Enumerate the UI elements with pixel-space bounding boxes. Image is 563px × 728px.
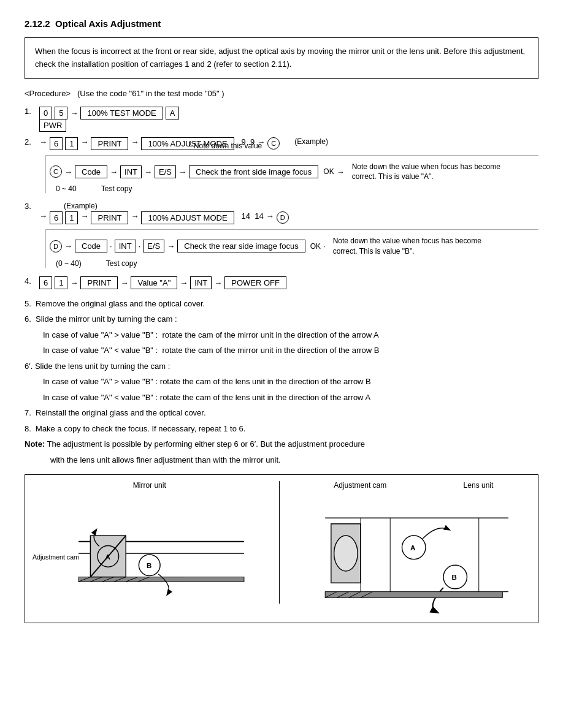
- step2-example-label: (Example): [294, 137, 328, 146]
- step3-check: Check the rear side image focus: [177, 240, 305, 252]
- step3-output: 100% ADJUST MODE: [141, 211, 234, 224]
- step1-flow: 0 5 → 100% TEST MODE A: [39, 107, 179, 119]
- step3-key1: 1: [65, 211, 78, 224]
- mirror-unit-label: Mirror unit: [31, 481, 268, 490]
- step4-key6: 6: [39, 276, 52, 289]
- step2-int: INT: [120, 165, 142, 178]
- step3-circle: D: [277, 211, 289, 224]
- step2-test-copy: Test copy: [101, 184, 132, 193]
- step3-num: 3.: [25, 202, 36, 211]
- diagram-left: Mirror unit Adjustment cam A B: [31, 481, 268, 616]
- svg-text:B: B: [451, 574, 456, 582]
- step1-arrow: →: [70, 108, 78, 118]
- text-step-6prime-a: In case of value "A" > value "B" : rotat…: [43, 376, 538, 388]
- step1-output: 100% TEST MODE: [80, 107, 163, 119]
- step1-key5: 5: [55, 107, 67, 119]
- step3-int: INT: [115, 240, 136, 252]
- step2-key1: 1: [65, 137, 78, 150]
- step4-key1: 1: [55, 276, 67, 289]
- note-box: When the focus is incorrect at the front…: [25, 37, 538, 79]
- svg-text:A: A: [105, 553, 110, 561]
- step2-content: → 6 1 → PRINT → 100% ADJUST MODE 9 9 → C…: [39, 137, 538, 194]
- step1-val: A: [166, 107, 180, 119]
- diagram-divider: [279, 481, 280, 604]
- text-steps: 5. Remove the original glass and the opt…: [25, 298, 538, 466]
- step3-test-copy: Test copy: [106, 259, 137, 268]
- section-title: Optical Axis Adjustment: [55, 18, 161, 29]
- note-bottom: Note: The adjustment is possible by perf…: [25, 438, 538, 450]
- diagram-right: Adjustment cam Lens unit A B: [291, 481, 532, 616]
- text-step-6prime: 6′. Slide the lens unit by turning the c…: [25, 360, 538, 373]
- step2-es: E/S: [155, 165, 176, 178]
- svg-point-18: [334, 536, 358, 571]
- step2-circle: C: [267, 137, 280, 150]
- step3-es: E/S: [143, 240, 164, 252]
- step2-sub-circle: C: [50, 165, 62, 178]
- step4-print: PRINT: [80, 276, 118, 289]
- step3-print: PRINT: [91, 211, 128, 224]
- step2-ok-note: Note down the value when focus has becom…: [352, 162, 505, 183]
- text-step-6a: In case of value "A" > value "B" : rotat…: [43, 329, 538, 341]
- lens-unit-label: Lens unit: [464, 481, 494, 490]
- step3-content: (Example) → 6 1 → PRINT → 100% ADJUST MO…: [39, 202, 538, 268]
- lens-unit-svg: A B: [296, 492, 532, 615]
- section-number: 2.12.2: [25, 18, 50, 29]
- svg-text:Adjustment cam: Adjustment cam: [33, 553, 79, 561]
- step4-val-a: Value "A": [131, 276, 177, 289]
- pwr-key: PWR: [39, 119, 66, 132]
- text-step-5: 5. Remove the original glass and the opt…: [25, 298, 538, 310]
- step1-content: 0 5 → 100% TEST MODE A PWR: [39, 107, 179, 130]
- svg-text:B: B: [147, 562, 151, 569]
- step3-sub-flow: D → Code · INT · E/S → Check the rear si…: [50, 236, 538, 257]
- step2-range: 0 ~ 40: [56, 184, 77, 193]
- step2-code: Code: [75, 165, 107, 178]
- mirror-unit-svg: Adjustment cam A B: [31, 492, 268, 615]
- text-step-6prime-b: In case of value "A" < value "B" : rotat…: [43, 392, 538, 404]
- step2-check: Check the front side image focus: [189, 165, 318, 178]
- text-step-6: 6. Slide the mirror unit by turning the …: [25, 313, 538, 325]
- note-text: When the focus is incorrect at the front…: [35, 47, 525, 69]
- step4-content: 6 1 → PRINT → Value "A" → INT → POWER OF…: [39, 276, 286, 289]
- step3-key6: 6: [50, 211, 63, 224]
- step2-print: PRINT: [91, 137, 128, 150]
- step1-num: 1.: [25, 107, 36, 116]
- step2-key6: 6: [50, 137, 63, 150]
- step1-key0: 0: [39, 107, 52, 119]
- step4-num: 4.: [25, 276, 36, 286]
- procedure-header: <Procedure> (Use the code "61" in the te…: [25, 89, 538, 98]
- step3-range: (0 ~ 40): [56, 259, 82, 268]
- step2-sub-flow: C → Code → INT → E/S → Check the front s…: [50, 162, 538, 183]
- text-step-7: 7. Reinstall the original glass and the …: [25, 407, 538, 419]
- svg-text:A: A: [410, 544, 415, 552]
- svg-rect-25: [325, 592, 502, 598]
- text-step-8: 8. Make a copy to check the focus. If ne…: [25, 423, 538, 435]
- diagram-box: Mirror unit Adjustment cam A B: [25, 474, 538, 623]
- step3-sub-circle: D: [50, 240, 62, 252]
- step2-num: 2.: [25, 137, 36, 146]
- step3-ok-note: Note down the value when focus has becom…: [333, 236, 486, 257]
- text-step-6b: In case of value "A" < value "B" : rotat…: [43, 344, 538, 357]
- section-heading: 2.12.2 Optical Axis Adjustment: [25, 18, 538, 29]
- adj-cam-label: Adjustment cam: [334, 481, 386, 490]
- step4-int: INT: [190, 276, 212, 289]
- note-bottom2: with the lens unit allows finer adjustme…: [50, 454, 538, 466]
- step3-code: Code: [75, 240, 107, 252]
- step2-note-down: └ Note down this value: [186, 142, 538, 150]
- step3-example-label: (Example): [64, 202, 538, 210]
- step4-power-off: POWER OFF: [224, 276, 286, 289]
